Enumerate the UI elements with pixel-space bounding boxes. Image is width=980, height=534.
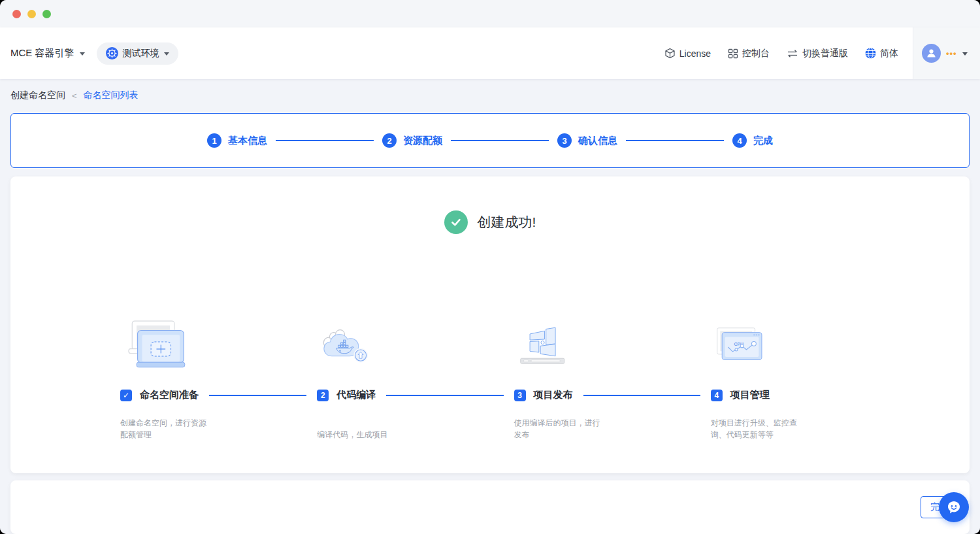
- globe-icon: [865, 48, 876, 59]
- success-check-icon: [444, 210, 468, 234]
- chevron-down-icon: [164, 52, 169, 56]
- process-guide: ✓ 命名空间准备 创建命名空间，进行资源配额管理: [10, 299, 970, 441]
- switch-version-link[interactable]: 切换普通版: [787, 48, 848, 59]
- step-connector: [276, 140, 374, 141]
- step-number-badge: 4: [711, 390, 723, 401]
- laptop-add-illustration: [120, 303, 195, 381]
- process-step-desc: 创建命名空间，进行资源配额管理: [120, 417, 206, 441]
- process-step-project-release: 3 项目发布 使用编译后的项目，进行发布: [514, 299, 711, 441]
- cloud-docker-upload-illustration: [317, 303, 373, 381]
- wizard-step-resource-quota: 2 资源配额: [382, 133, 442, 148]
- step-number-badge: 3: [557, 133, 572, 148]
- wizard-step-basic-info: 1 基本信息: [207, 133, 267, 148]
- footer-action-bar: 完成: [10, 480, 970, 534]
- app-window: MCE 容器引擎: [0, 0, 980, 534]
- windows-deploy-illustration: [514, 303, 570, 381]
- process-connector: [386, 395, 503, 396]
- process-connector: [209, 395, 306, 396]
- step-number-badge: 1: [207, 133, 221, 148]
- chat-smiley-icon: [946, 499, 962, 515]
- environment-label: 测试环境: [123, 48, 159, 59]
- breadcrumb-separator: <: [72, 91, 77, 101]
- kubernetes-helm-icon: [106, 47, 118, 59]
- close-window-button[interactable]: [12, 10, 21, 18]
- console-link[interactable]: 控制台: [728, 48, 770, 59]
- avatar: [922, 44, 941, 63]
- console-label: 控制台: [742, 48, 770, 59]
- license-label: License: [679, 48, 711, 59]
- process-step-label: 项目发布: [534, 389, 573, 401]
- wizard-step-done: 4 完成: [732, 133, 773, 148]
- step-connector: [626, 140, 724, 141]
- step-label: 确认信息: [578, 135, 617, 147]
- language-selector[interactable]: 简体: [865, 48, 898, 59]
- license-cube-icon: [664, 48, 676, 59]
- breadcrumb: 创建命名空间 < 命名空间列表: [10, 88, 970, 103]
- page-title: 创建命名空间: [10, 90, 65, 101]
- step-label: 资源配额: [403, 135, 442, 147]
- page-content: 创建命名空间 < 命名空间列表 1 基本信息 2 资源配额 3 确认信息: [0, 79, 980, 534]
- process-step-namespace-prep: ✓ 命名空间准备 创建命名空间，进行资源配额管理: [120, 299, 317, 441]
- back-to-namespace-list-link[interactable]: 命名空间列表: [84, 90, 139, 101]
- step-label: 完成: [753, 135, 773, 147]
- process-connector: [583, 395, 700, 396]
- step-number-badge: 2: [382, 133, 397, 148]
- minimize-window-button[interactable]: [27, 10, 36, 18]
- product-title: MCE 容器引擎: [10, 47, 74, 59]
- success-title: 创建成功!: [478, 213, 536, 231]
- result-card: 创建成功!: [10, 176, 970, 473]
- process-step-project-manage: CPU 4 项目管理 对项目进行升级、监控查询、代码更新等等: [711, 299, 907, 441]
- process-step-desc: 使用编译后的项目，进行发布: [514, 417, 600, 441]
- language-label: 简体: [880, 48, 898, 59]
- support-chat-button[interactable]: [939, 492, 969, 522]
- titlebar: [0, 0, 980, 27]
- chevron-down-icon: [962, 52, 968, 56]
- process-step-desc: 对项目进行升级、监控查询、代码更新等等: [711, 417, 797, 441]
- process-step-label: 命名空间准备: [140, 389, 199, 401]
- step-label: 基本信息: [228, 135, 267, 147]
- user-menu[interactable]: •••: [913, 27, 980, 79]
- chevron-down-icon: [80, 52, 85, 56]
- process-step-label: 代码编译: [336, 389, 376, 401]
- wizard-stepper-card: 1 基本信息 2 资源配额 3 确认信息 4 完成: [10, 113, 970, 168]
- step-number-badge: 2: [317, 390, 329, 401]
- step-number-badge: 4: [732, 133, 747, 148]
- process-step-desc: 编译代码，生成项目: [317, 429, 387, 441]
- process-step-code-build: 2 代码编译 编译代码，生成项目: [317, 299, 514, 441]
- monitor-cpu-chart-illustration: CPU: [711, 303, 767, 381]
- process-step-label: 项目管理: [730, 389, 770, 401]
- zoom-window-button[interactable]: [42, 10, 51, 18]
- environment-selector[interactable]: 测试环境: [97, 42, 178, 65]
- license-link[interactable]: License: [664, 48, 711, 59]
- switch-arrows-icon: [787, 49, 798, 58]
- wizard-step-confirm-info: 3 确认信息: [557, 133, 617, 148]
- step-number-badge: 3: [514, 390, 526, 401]
- user-status-dots: •••: [946, 49, 957, 58]
- switch-version-label: 切换普通版: [802, 48, 848, 59]
- step-connector: [451, 140, 549, 141]
- app-header: MCE 容器引擎: [0, 27, 980, 79]
- console-grid-icon: [728, 48, 738, 59]
- product-switcher[interactable]: MCE 容器引擎: [10, 47, 85, 59]
- check-icon: ✓: [120, 390, 132, 401]
- user-icon: [926, 48, 937, 59]
